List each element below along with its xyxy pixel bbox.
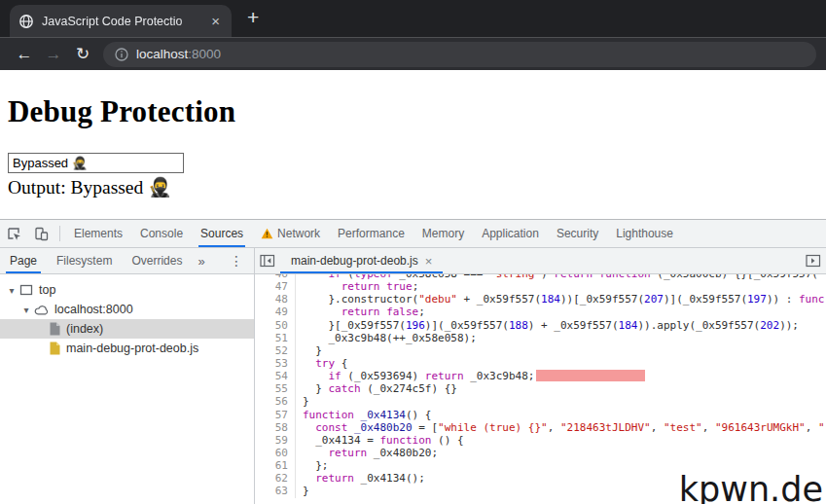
code-text: try { [296, 357, 347, 370]
url-text[interactable]: localhost:8000 [136, 47, 221, 61]
code-line-54[interactable]: 54 if (_0x593694) return _0x3c9b48; [255, 370, 826, 382]
devtools-tab-bar: ElementsConsoleSourcesNetworkPerformance… [65, 220, 682, 247]
watermark: kpwn.de [679, 473, 823, 504]
line-number[interactable]: 51 [255, 332, 296, 344]
code-line-57[interactable]: 57function _0x4134() { [255, 409, 826, 421]
line-number[interactable]: 49 [255, 306, 296, 318]
navigator-tab-filesystem[interactable]: Filesystem [47, 248, 122, 273]
line-number[interactable]: 60 [255, 447, 296, 459]
line-number[interactable]: 53 [255, 357, 296, 370]
code-line-58[interactable]: 58 const _0x480b20 = ["while (true) {}",… [255, 421, 826, 434]
tree-item-main-debug-prot-deob-js[interactable]: main-debug-prot-deob.js [0, 339, 254, 358]
challenge-text-input[interactable] [8, 153, 184, 173]
tree-item-localhost-8000[interactable]: ▾localhost:8000 [0, 300, 254, 319]
devtools-toolbar: ElementsConsoleSourcesNetworkPerformance… [0, 220, 826, 248]
navigator-tab-bar: PageFilesystemOverrides » ⋮ [0, 248, 255, 273]
code-text: } [296, 344, 322, 357]
expand-arrow-icon[interactable]: ▾ [20, 305, 32, 315]
devtools-tab-label: Performance [338, 227, 405, 240]
devtools-tab-label: Elements [74, 227, 123, 240]
cloud-icon [34, 304, 49, 316]
devtools-tab-label: Sources [200, 227, 243, 240]
code-line-47[interactable]: 47 return true; [255, 280, 826, 293]
devtools-tab-performance[interactable]: Performance [329, 220, 413, 247]
hide-navigator-icon[interactable] [255, 248, 280, 273]
file-tab-main-debug-prot-deob[interactable]: main-debug-prot-deob.js × [280, 248, 443, 273]
devtools-tab-label: Lighthouse [616, 227, 673, 240]
code-text: }[_0x59f557(196)](_0x59f557(188) + _0x59… [296, 319, 799, 332]
line-number[interactable]: 58 [255, 421, 296, 434]
globe-favicon-icon [18, 14, 34, 29]
code-text: }.constructor("debu" + _0x59f557(184))[_… [296, 293, 825, 306]
tab-close-icon[interactable]: × [208, 13, 223, 29]
devtools-tab-console[interactable]: Console [131, 220, 192, 247]
browser-tab[interactable]: JavaScript Code Protectio × [10, 5, 232, 37]
code-line-60[interactable]: 60 return _0x480b20; [255, 447, 826, 459]
line-number[interactable]: 47 [255, 280, 296, 293]
new-tab-button[interactable]: + [247, 6, 259, 29]
code-line-55[interactable]: 55 } catch (_0x274c5f) {} [255, 382, 826, 395]
code-text: _0x4134 = function () { [296, 434, 464, 447]
line-number[interactable]: 63 [255, 485, 296, 497]
devtools-tab-application[interactable]: Application [473, 220, 548, 247]
code-text: return false; [296, 306, 425, 318]
line-number[interactable]: 50 [255, 319, 296, 332]
code-line-59[interactable]: 59 _0x4134 = function () { [255, 434, 826, 447]
reload-icon[interactable]: ↻ [68, 44, 97, 64]
tree-item-label: (index) [66, 322, 103, 336]
code-line-52[interactable]: 52 } [255, 344, 826, 357]
line-number[interactable]: 61 [255, 459, 296, 472]
code-text: const _0x480b20 = ["while (true) {}", "2… [296, 421, 825, 434]
back-icon[interactable]: ← [10, 45, 39, 64]
navigator-menu-icon[interactable]: ⋮ [219, 248, 254, 273]
tree-item-label: main-debug-prot-deob.js [66, 342, 198, 355]
line-number[interactable]: 54 [255, 370, 296, 382]
line-number[interactable]: 52 [255, 344, 296, 357]
info-icon[interactable] [115, 48, 128, 61]
device-toolbar-icon[interactable] [27, 220, 54, 247]
tree-item-top[interactable]: ▾top [0, 280, 254, 300]
devtools-tab-memory[interactable]: Memory [413, 220, 473, 247]
file-tab-close-icon[interactable]: × [425, 254, 433, 269]
inspect-element-icon[interactable] [0, 220, 27, 247]
devtools-tab-elements[interactable]: Elements [65, 220, 131, 247]
code-line-51[interactable]: 51 _0x3c9b48(++_0x58e058); [255, 332, 826, 344]
line-number[interactable]: 56 [255, 395, 296, 408]
devtools-tab-label: Application [482, 227, 539, 240]
page-title: Debug Protection [8, 70, 818, 129]
code-text: return _0x480b20; [296, 447, 438, 459]
line-number[interactable]: 55 [255, 382, 296, 395]
line-number[interactable]: 59 [255, 434, 296, 447]
line-number[interactable]: 48 [255, 293, 296, 306]
navigator-tab-page[interactable]: Page [0, 248, 47, 273]
devtools-tab-network[interactable]: Network [252, 220, 329, 247]
code-text: function _0x4134() { [296, 409, 431, 421]
devtools-tab-label: Memory [422, 227, 464, 240]
expand-arrow-icon[interactable]: ▾ [6, 285, 18, 296]
code-line-53[interactable]: 53 try { [255, 357, 826, 370]
devtools-tab-lighthouse[interactable]: Lighthouse [607, 220, 682, 247]
file-navigator-tree: ▾top▾localhost:8000(index)main-debug-pro… [0, 274, 255, 504]
devtools-tab-sources[interactable]: Sources [192, 220, 252, 247]
code-line-48[interactable]: 48 }.constructor("debu" + _0x59f557(184)… [255, 293, 826, 306]
navigator-tab-overrides[interactable]: Overrides [122, 248, 192, 273]
tree-item-label: top [39, 283, 55, 297]
line-number[interactable]: 57 [255, 409, 296, 421]
browser-toolbar: ← → ↻ localhost:8000 [0, 37, 826, 70]
code-line-50[interactable]: 50 }[_0x59f557(196)](_0x59f557(188) + _0… [255, 319, 826, 332]
line-number[interactable]: 62 [255, 472, 296, 485]
code-line-49[interactable]: 49 return false; [255, 306, 826, 318]
code-text: return true; [296, 280, 418, 293]
file-tab-label: main-debug-prot-deob.js [291, 254, 418, 268]
devtools-panel: ElementsConsoleSourcesNetworkPerformance… [0, 219, 826, 504]
code-line-56[interactable]: 56} [255, 395, 826, 408]
show-drawer-icon[interactable] [801, 248, 826, 273]
code-text: } [296, 395, 309, 408]
more-tabs-icon[interactable]: » [192, 248, 210, 273]
address-bar[interactable]: localhost:8000 [103, 42, 816, 67]
script-icon [49, 342, 60, 355]
document-icon [49, 322, 60, 336]
devtools-tab-security[interactable]: Security [548, 220, 607, 247]
code-editor[interactable]: 46 if (typeof _0x58c658 === "string") re… [255, 274, 826, 504]
tree-item--index-[interactable]: (index) [0, 319, 254, 339]
